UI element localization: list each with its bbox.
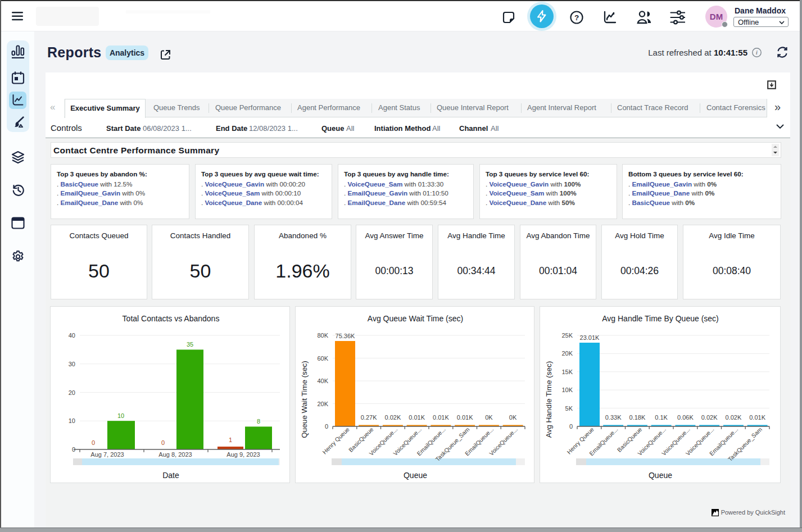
svg-text:0.01K: 0.01K — [457, 414, 473, 421]
svg-text:Avg Handle Time By Queue (sec): Avg Handle Time By Queue (sec) — [602, 314, 719, 323]
svg-text:Avg Queue Wait Time (sec): Avg Queue Wait Time (sec) — [368, 314, 463, 323]
svg-text:60K: 60K — [317, 355, 328, 362]
svg-text:15K: 15K — [561, 369, 573, 375]
svg-text:0K: 0K — [509, 414, 517, 421]
svg-text:20K: 20K — [317, 401, 328, 407]
svg-text:?: ? — [574, 13, 579, 22]
svg-text:0.02K: 0.02K — [385, 414, 401, 421]
svg-text:10: 10 — [69, 417, 75, 424]
svg-text:0.01K: 0.01K — [409, 414, 425, 421]
svg-text:0.18K: 0.18K — [629, 414, 646, 421]
svg-text:Aug 7, 2023: Aug 7, 2023 — [90, 451, 124, 458]
svg-text:Avg Handle Time (sec): Avg Handle Time (sec) — [545, 361, 553, 438]
svg-text:0.06K: 0.06K — [677, 414, 694, 421]
svg-text:0.01K: 0.01K — [433, 414, 449, 421]
svg-text:0.02K: 0.02K — [726, 414, 742, 421]
svg-text:0K: 0K — [485, 414, 493, 421]
svg-text:35: 35 — [187, 341, 193, 348]
svg-text:25K: 25K — [561, 332, 573, 339]
svg-text:Total Contacts vs Abandons: Total Contacts vs Abandons — [123, 314, 220, 323]
svg-text:Aug 9, 2023: Aug 9, 2023 — [226, 451, 260, 458]
svg-text:0.27K: 0.27K — [361, 414, 377, 421]
svg-text:1: 1 — [229, 436, 232, 443]
svg-text:8: 8 — [257, 418, 260, 425]
svg-text:30: 30 — [69, 361, 75, 367]
svg-text:0.33K: 0.33K — [605, 414, 622, 421]
svg-text:0.01K: 0.01K — [749, 414, 765, 421]
svg-text:40K: 40K — [317, 378, 328, 384]
svg-text:0: 0 — [92, 439, 95, 446]
svg-text:80K: 80K — [317, 332, 328, 339]
svg-text:0: 0 — [569, 423, 573, 430]
svg-text:40: 40 — [69, 332, 75, 339]
svg-text:i: i — [756, 49, 758, 56]
svg-text:Date: Date — [162, 471, 179, 480]
svg-text:20K: 20K — [561, 350, 573, 357]
svg-text:Henry Queue: Henry Queue — [321, 426, 351, 456]
svg-text:Queue: Queue — [404, 471, 427, 480]
svg-text:Aug 8, 2023: Aug 8, 2023 — [158, 451, 192, 458]
svg-text:10: 10 — [117, 412, 124, 419]
svg-text:20: 20 — [69, 389, 75, 396]
svg-text:0: 0 — [325, 423, 328, 430]
svg-text:Queue Wait Time (sec): Queue Wait Time (sec) — [300, 361, 309, 438]
svg-text:0.1K: 0.1K — [655, 414, 668, 421]
svg-text:Queue: Queue — [649, 471, 672, 480]
svg-text:0: 0 — [161, 439, 165, 446]
svg-text:23.01K: 23.01K — [580, 334, 600, 341]
svg-text:5K: 5K — [565, 405, 573, 412]
svg-text:10K: 10K — [561, 387, 573, 393]
svg-text:75.36K: 75.36K — [336, 333, 356, 339]
svg-text:0.02K: 0.02K — [701, 414, 718, 421]
